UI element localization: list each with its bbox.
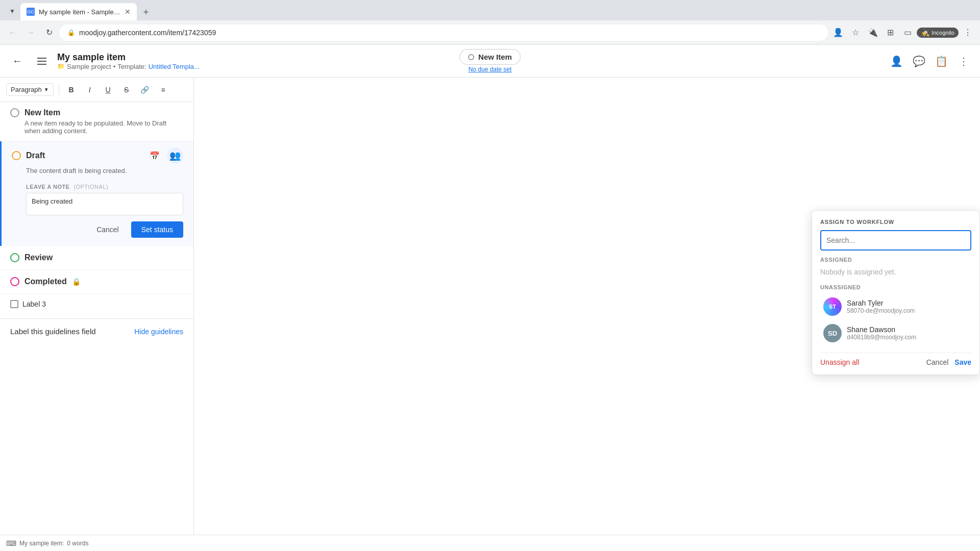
note-textarea[interactable]: Being created <box>26 193 183 215</box>
no-due-date-link[interactable]: No due date set <box>469 66 512 73</box>
user-name-sarah: Sarah Tyler <box>847 299 915 307</box>
tab-title: My sample item - Sample proje <box>39 8 120 16</box>
italic-button[interactable]: I <box>83 83 97 97</box>
draft-status-circle <box>12 151 21 160</box>
user-email-shane: d40819b9@moodjoy.com <box>847 334 916 341</box>
guidelines-label: Label this guidelines field <box>10 327 96 336</box>
user-avatar-sarah: ST <box>823 297 842 316</box>
tab-close-button[interactable]: ✕ <box>125 8 131 16</box>
title-area: My sample item 📁 Sample project • Templa… <box>57 52 467 70</box>
completed-workflow-item: Completed 🔒 <box>0 270 193 294</box>
strikethrough-button[interactable]: S <box>119 83 134 97</box>
page-title: My sample item <box>57 52 467 63</box>
popup-save-button[interactable]: Save <box>954 358 971 366</box>
review-name: Review <box>24 253 53 262</box>
clipboard-icon-btn[interactable]: 📋 <box>933 53 949 69</box>
underline-button[interactable]: U <box>101 83 115 97</box>
keyboard-icon: ⌨ <box>6 539 16 547</box>
bookmark-button[interactable]: ☆ <box>847 24 864 41</box>
draft-action-buttons: Cancel Set status <box>26 221 183 238</box>
folder-icon: 📁 <box>57 63 65 70</box>
draft-workflow-item: Draft 📅 👥 The content draft is being cre… <box>0 141 193 246</box>
back-button[interactable]: ← <box>4 24 20 41</box>
refresh-button[interactable]: ↻ <box>41 24 57 41</box>
label3-text: Label 3 <box>22 300 46 308</box>
forward-button[interactable]: → <box>22 24 39 41</box>
hamburger-menu-button[interactable] <box>33 52 51 70</box>
unassign-all-button[interactable]: Unassign all <box>820 358 859 366</box>
new-tab-button[interactable]: + <box>139 5 153 19</box>
extensions-btn[interactable]: ⊞ <box>882 24 898 41</box>
tab-favicon: GC <box>27 8 35 16</box>
user-name-shane: Shane Dawson <box>847 325 916 334</box>
label3-item: Label 3 <box>0 294 193 314</box>
status-dot-icon <box>468 54 474 60</box>
footer-right-buttons: Cancel Save <box>926 358 971 366</box>
lock-icon: 🔒 <box>72 278 81 286</box>
app-bar: ← My sample item 📁 Sample project • Temp… <box>0 45 980 78</box>
user-info-shane: Shane Dawson d40819b9@moodjoy.com <box>847 325 916 341</box>
active-tab[interactable]: GC My sample item - Sample proje ✕ <box>20 3 137 20</box>
status-bar: ⌨ My sample item: 0 words <box>0 535 980 551</box>
assign-workflow-popup: ASSIGN TO WORKFLOW ASSIGNED Nobody is as… <box>812 210 980 375</box>
assign-search-input[interactable] <box>820 230 971 251</box>
back-nav-button[interactable]: ← <box>8 52 27 70</box>
new-item-description: A new item ready to be populated. Move t… <box>24 119 183 135</box>
draft-actions: 📅 👥 <box>146 147 183 164</box>
user-item-shane[interactable]: SD Shane Dawson d40819b9@moodjoy.com <box>820 320 971 346</box>
format-separator-1 <box>59 85 59 95</box>
editor-panel: Paragraph ▼ B I U S 🔗 ≡ <box>0 78 194 535</box>
incognito-badge: 🕵 Incognito <box>917 28 959 38</box>
note-label: LEAVE A NOTE (OPTIONAL) <box>26 184 183 190</box>
extension-button[interactable]: 🔌 <box>865 24 881 41</box>
dropdown-arrow-icon: ▼ <box>44 87 49 92</box>
draft-name: Draft <box>26 151 45 160</box>
url-bar[interactable]: 🔒 moodjoy.gathercontent.com/item/1742305… <box>59 24 828 41</box>
popup-cancel-button[interactable]: Cancel <box>926 358 949 366</box>
bold-button[interactable]: B <box>64 83 79 97</box>
user-item-sarah[interactable]: ST Sarah Tyler 58070-de@moodjoy.com <box>820 293 971 320</box>
unassigned-section-title: UNASSIGNED <box>820 284 971 290</box>
new-item-workflow-item: New Item A new item ready to be populate… <box>0 102 193 141</box>
user-email-sarah: 58070-de@moodjoy.com <box>847 307 915 314</box>
review-workflow-item: Review <box>0 246 193 270</box>
word-count: 0 words <box>67 540 88 547</box>
user-icon-btn[interactable]: 👤 <box>888 53 904 69</box>
assigned-section-title: ASSIGNED <box>820 257 971 263</box>
set-status-button[interactable]: Set status <box>131 221 183 238</box>
project-name: Sample project <box>67 63 111 70</box>
paragraph-dropdown[interactable]: Paragraph ▼ <box>6 83 54 96</box>
new-item-status-circle <box>10 108 19 117</box>
link-button[interactable]: 🔗 <box>138 83 152 97</box>
status-item-label: My sample item: <box>19 540 64 547</box>
url-text: moodjoy.gathercontent.com/item/17423059 <box>79 29 820 37</box>
status-badge-area: New Item No due date set <box>459 49 521 73</box>
more-menu-btn[interactable]: ⋮ <box>960 24 976 41</box>
new-item-name: New Item <box>24 108 60 117</box>
review-status-circle <box>10 253 19 262</box>
cancel-button[interactable]: Cancel <box>88 221 127 238</box>
template-link[interactable]: Untitled Templa... <box>149 63 200 70</box>
assign-users-btn[interactable]: 👥 <box>167 147 183 164</box>
completed-name: Completed <box>24 277 67 286</box>
draft-note-section: LEAVE A NOTE (OPTIONAL) Being created Ca… <box>2 180 193 246</box>
sidebar-btn[interactable]: ▭ <box>899 24 916 41</box>
lock-icon: 🔒 <box>67 29 75 36</box>
hide-guidelines-button[interactable]: Hide guidelines <box>134 328 183 336</box>
completed-status-circle <box>10 277 19 286</box>
assign-popup-footer: Unassign all Cancel Save <box>820 353 971 366</box>
user-avatar-shane: SD <box>823 324 842 342</box>
guidelines-section: Label this guidelines field Hide guideli… <box>0 318 193 344</box>
more-options-btn[interactable]: ⋮ <box>955 53 972 69</box>
app-bar-right: 👤 💬 📋 ⋮ <box>888 53 972 69</box>
status-label: New Item <box>478 53 512 61</box>
paragraph-label: Paragraph <box>11 86 42 93</box>
format-bar: Paragraph ▼ B I U S 🔗 ≡ <box>0 78 193 102</box>
calendar-icon-btn[interactable]: 📅 <box>146 147 163 164</box>
label3-checkbox[interactable] <box>10 300 18 308</box>
status-pill-button[interactable]: New Item <box>459 49 521 65</box>
chat-icon-btn[interactable]: 💬 <box>911 53 927 69</box>
list-button[interactable]: ≡ <box>156 83 170 97</box>
user-info-sarah: Sarah Tyler 58070-de@moodjoy.com <box>847 299 915 314</box>
profile-icon-btn[interactable]: 👤 <box>830 24 846 41</box>
